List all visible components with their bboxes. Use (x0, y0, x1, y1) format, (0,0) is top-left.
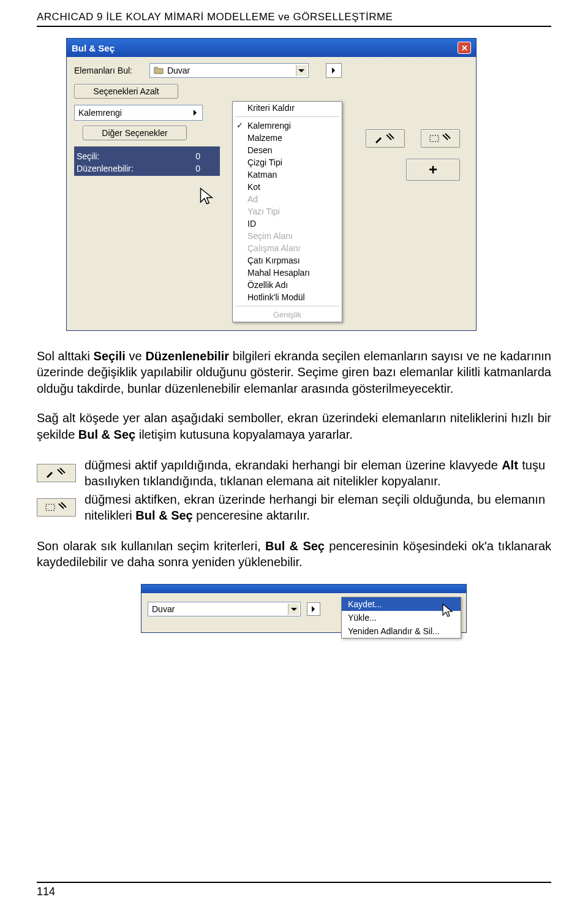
criteria-item: Çalışma Alanı (233, 242, 342, 254)
chevron-right-icon (192, 108, 198, 118)
criteria-item[interactable]: Hotlink'li Modül (233, 291, 342, 303)
criteria-item[interactable]: Malzeme (233, 132, 342, 144)
criteria-item[interactable]: Çizgi Tipi (233, 156, 342, 169)
element-type-combo-2[interactable]: Duvar (148, 602, 301, 616)
criteria-menu-more[interactable]: Genişlik (233, 309, 342, 320)
criteria-item[interactable]: Mahal Hesapları (233, 267, 342, 279)
page-header-rule (37, 26, 551, 27)
chevron-down-icon[interactable] (288, 604, 299, 615)
dialog-save: Duvar Kaydet... Yükle... Yeniden Adlandı… (141, 584, 467, 633)
combo-value-2: Duvar (152, 604, 175, 614)
criteria-item: Yazı Tipi (233, 205, 342, 218)
criteria-menu-header[interactable]: Kriteri Kaldır (233, 102, 342, 114)
transfer-attributes-icon (37, 498, 76, 517)
reduce-options-button[interactable]: Seçenekleri Azalt (74, 84, 178, 99)
find-elements-label: Elemanları Bul: (74, 66, 132, 75)
element-type-value: Duvar (167, 66, 190, 75)
icon-desc-1: düğmesi aktif yapıldığında, ekrandaki he… (85, 456, 551, 490)
criteria-item[interactable]: Katman (233, 169, 342, 181)
status-selected: Seçili: 0 (74, 150, 203, 162)
status-editable-label: Düzenlenebilir: (77, 164, 134, 173)
pick-attributes-icon (37, 464, 76, 482)
criteria-item[interactable]: ID (233, 218, 342, 230)
status-selected-value: 0 (195, 151, 200, 161)
paragraph-1: Sol alttaki Seçili ve Düzenlenebilir bil… (37, 348, 551, 396)
status-selected-label: Seçili: (77, 151, 99, 161)
side-arrow-button[interactable] (307, 602, 320, 616)
chevron-down-icon[interactable] (296, 65, 307, 76)
eyedropper-syringe-icon (44, 467, 69, 479)
pencolor-label: Kalemrengi (78, 108, 122, 118)
add-criterion-button[interactable]: + (406, 159, 460, 181)
criteria-item: Seçim Alanı (233, 230, 342, 242)
criteria-item: Ad (233, 193, 342, 205)
eyedropper-syringe-icon (373, 132, 398, 145)
dialog-save-figure: Duvar Kaydet... Yükle... Yeniden Adlandı… (141, 584, 551, 633)
dialog2-titlebar (141, 585, 466, 593)
icon-description-table: düğmesi aktif yapıldığında, ekrandaki he… (37, 456, 551, 525)
page-number: 114 (37, 883, 551, 898)
chevron-right-icon (311, 604, 317, 614)
dialog-titlebar: Bul & Seç ✕ (67, 39, 476, 57)
svg-rect-0 (430, 135, 439, 142)
close-icon[interactable]: ✕ (458, 42, 471, 54)
arrow-expand-button[interactable] (326, 63, 342, 78)
dialog-title-text: Bul & Seç (72, 43, 115, 53)
criteria-item[interactable]: Özellik Adı (233, 279, 342, 291)
dialog-bul-sec: Bul & Seç ✕ Elemanları Bul: Duvar Seçene… (66, 38, 477, 331)
pick-attributes-button[interactable] (366, 129, 405, 148)
chevron-right-icon (331, 66, 337, 75)
criteria-item[interactable]: Çatı Kırpması (233, 254, 342, 267)
criteria-item[interactable]: Kalemrengi (233, 119, 342, 132)
dialog-bul-sec-figure: Bul & Seç ✕ Elemanları Bul: Duvar Seçene… (66, 38, 551, 331)
criteria-menu[interactable]: Kriteri Kaldır Kalemrengi Malzeme Desen … (232, 101, 342, 322)
status-editable: Düzenlenebilir: 0 (74, 162, 203, 175)
transfer-attributes-button[interactable] (421, 129, 460, 148)
marquee-syringe-icon (428, 132, 453, 145)
icon-desc-2: düğmesi aktifken, ekran üzerinde herhang… (85, 490, 551, 525)
status-editable-value: 0 (195, 164, 200, 173)
menu-item-rename[interactable]: Yeniden Adlandır & Sil... (342, 624, 461, 638)
criteria-item[interactable]: Desen (233, 144, 342, 156)
svg-rect-1 (46, 504, 55, 510)
cursor-icon (199, 187, 217, 205)
page-header: ARCHICAD 9 İLE KOLAY MİMARİ MODELLEME ve… (37, 11, 551, 26)
element-type-combo[interactable]: Duvar (149, 63, 309, 78)
criteria-item[interactable]: Kot (233, 181, 342, 193)
marquee-syringe-icon (44, 501, 69, 513)
cursor-icon (442, 603, 456, 618)
paragraph-3: Son olarak sık kullanılan seçim kriterle… (37, 538, 551, 570)
other-options-button[interactable]: Diğer Seçenekler (83, 126, 187, 140)
folder-icon (154, 66, 164, 75)
pencolor-button[interactable]: Kalemrengi (74, 105, 203, 121)
paragraph-2: Sağ alt köşede yer alan aşağıdaki sembol… (37, 410, 551, 442)
